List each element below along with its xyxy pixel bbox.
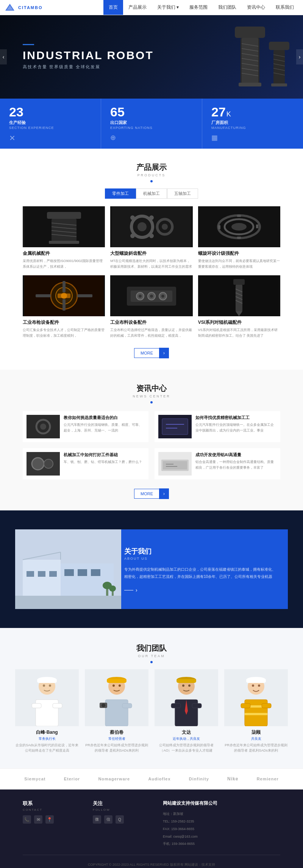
team-member-desc-0: 企业的SAds从市场时代的目处设，近年来公司始终走在了生产精度走高 [15, 743, 79, 753]
team-dot [150, 661, 153, 663]
products-more-button[interactable]: MORE › [134, 348, 169, 358]
partner-logo-6: Remiener [257, 777, 279, 781]
product-img-5 [198, 275, 280, 316]
product-card-desc-5: VS系列对辊机是根据不同工况所用，采用最新技术研制而成的精密部件加工。结合了 美… [198, 327, 280, 339]
team-card-3: 柒顾 共良友 PR赤色近年来公司始终成为管理进步规则的领导者 是机利SADs来的… [224, 669, 288, 753]
news-title-3: 成功开发使用铝AI高通量 [195, 452, 276, 458]
products-more-arrow-icon[interactable]: › [159, 348, 169, 358]
svg-rect-114 [53, 703, 62, 708]
news-title-2: 机械加工中如何打好工件基础 [64, 452, 142, 458]
hero-arrow-left[interactable]: ‹ [0, 49, 7, 64]
product-img-0 [23, 206, 105, 247]
product-img-1 [110, 206, 192, 247]
nav-item-service[interactable]: 服务范围 [184, 0, 213, 15]
svg-point-55 [61, 293, 67, 299]
stat-label-factory: MANUFACTURING [211, 126, 294, 130]
news-grid: 教你如何挑选质量最适合的白 公元汽车配件行业的顶端钢铁。质量、精度、可靠、超全，… [23, 411, 280, 479]
news-dot [150, 401, 153, 403]
stat-icon-factory: ▦ [211, 133, 294, 142]
svg-text:Tme 27: Tme 27 [246, 53, 259, 58]
about-more-link[interactable]: › [124, 587, 277, 593]
team-photo-2 [155, 669, 218, 726]
svg-rect-123 [122, 703, 132, 708]
nav-item-products[interactable]: 产品展示 [123, 0, 152, 15]
team-photo-1 [85, 669, 148, 726]
product-img-2 [198, 206, 280, 247]
footer-contact-title: 联系 [23, 800, 81, 807]
products-dot [150, 180, 153, 182]
footer-email-icon[interactable]: ✉ [34, 815, 42, 824]
nav-item-home[interactable]: 首页 [103, 0, 123, 15]
products-more-label[interactable]: MORE [134, 348, 159, 358]
product-card-4: 工业布料设备配件 工业布料公司选择经过严格筛选，质量认证，并提供最好的机械，工具… [110, 275, 192, 339]
product-tab-2[interactable]: 五轴加工 [167, 188, 198, 199]
team-member-desc-3: PR赤色近年来公司始终成为管理进步规则的领导者 是机利SADs来的利 [224, 743, 288, 753]
hero-arrow-right[interactable]: › [296, 49, 303, 64]
news-item-2: 机械加工中如何打好工件基础 车、铣、刨、磨、钻、镗等机械加工？磨，磨什么？ [23, 448, 148, 479]
news-more-label[interactable]: MORE [134, 489, 159, 499]
product-card-title-4: 工业布料设备配件 [110, 319, 192, 326]
hero-subtitle: 高技术含量 世界级质量 全球化发展 [23, 64, 154, 70]
products-title: 产品展示 [23, 162, 280, 173]
news-desc-2: 车、铣、刨、磨、钻、镗等机械加工？磨，磨什么？ [64, 459, 142, 465]
svg-rect-89 [163, 461, 187, 469]
svg-rect-35 [141, 215, 144, 218]
team-photo-0 [15, 669, 79, 726]
team-photo-3 [224, 669, 288, 726]
team-header: 我们团队 OUR TEAM [15, 643, 288, 663]
svg-rect-12 [239, 83, 261, 86]
nav-item-contact[interactable]: 联系我们 [270, 0, 299, 15]
product-img-4 [110, 275, 192, 316]
about-title-en: ABOUT US [124, 557, 277, 560]
product-card-0: 金属机械配件 采用优质材料，严格按照ISO9001/9002国际质量管理系体系认… [23, 206, 105, 270]
svg-point-122 [102, 703, 105, 707]
product-tab-0[interactable]: 零件加工 [105, 188, 136, 199]
svg-rect-56 [36, 294, 51, 297]
footer-info-line-2: FAX: 159-3664-8655 [163, 826, 280, 833]
footer-wechat-icon[interactable]: 信 [104, 815, 112, 824]
team-member-role-3: 共良友 [224, 736, 288, 741]
nav-item-team[interactable]: 我们团队 [213, 0, 242, 15]
stat-label-cn-export: 出口国家 [110, 120, 193, 126]
footer-phone-icon[interactable]: 📞 [23, 815, 31, 824]
svg-point-134 [188, 684, 191, 687]
footer-info-line-1: TEL: 159-2582-3235 [163, 818, 280, 826]
logo-text: CITAMBO [18, 5, 43, 10]
footer-follow-title: 关注 [93, 800, 152, 807]
footer-qq-icon[interactable]: Q [116, 815, 124, 824]
news-title-en: NEWS CENTER [23, 394, 280, 398]
news-more-button[interactable]: MORE › [134, 488, 169, 499]
about-blue-box: 关于我们 ABOUT US 专为外商提供定制机械制品加工的口口企业，公司座落在福… [114, 529, 288, 609]
svg-rect-24 [52, 219, 77, 242]
svg-rect-2 [235, 27, 265, 38]
svg-point-85 [32, 458, 44, 470]
svg-rect-142 [262, 703, 271, 708]
footer-company-title: 网站建设支持传媒有限公司 [163, 800, 280, 807]
svg-point-115 [43, 684, 45, 687]
nav-menu: 首页 产品展示 关于我们 ▾ 服务范围 我们团队 资讯中心 联系我们 [103, 0, 299, 15]
nav-logo[interactable]: CITAMBO [4, 3, 43, 12]
footer-map-icon[interactable]: 📍 [45, 815, 54, 824]
nav-item-news[interactable]: 资讯中心 [242, 0, 270, 15]
nav-item-about[interactable]: 关于我们 ▾ [152, 0, 184, 15]
team-title: 我们团队 [15, 643, 288, 653]
stat-export: 65 出口国家 EXPORTING NATIONS ⊕ [101, 99, 202, 149]
svg-rect-49 [237, 215, 241, 217]
svg-rect-99 [38, 571, 45, 577]
stat-icon-experience: ✕ [9, 133, 92, 143]
svg-rect-95 [61, 563, 114, 598]
team-member-desc-2: 公司始终成为管理进步规则的领导者（AO）一来自从众多专业人才组建 [155, 743, 218, 753]
footer-weibo-icon[interactable]: 微 [93, 815, 101, 824]
svg-rect-128 [176, 679, 196, 683]
product-card-title-1: 大型螺旋斜齿配件 [110, 250, 192, 257]
product-tab-1[interactable]: 机械加工 [136, 188, 167, 199]
team-member-name-0: 白峰·Bang [15, 729, 79, 736]
news-item-3: 成功开发使用铝AI高通量 铝合金高通量，一种用铝合金制作高通量结构。质量精良，广… [155, 448, 280, 479]
news-more-arrow-icon[interactable]: › [159, 488, 169, 499]
products-header: 产品展示 PRODUCTS [23, 162, 280, 182]
hero-section: ‹ INDUSTRIAL ROBOT 高技术含量 世界级质量 全球化发展 [0, 15, 303, 99]
product-card-title-3: 工业布枪设备配件 [23, 319, 105, 326]
footer: 联系 CONTACT 📞 ✉ 📍 关注 FOLLOW 微 信 Q 网站建设支持传… [0, 790, 303, 868]
svg-point-108 [109, 585, 116, 592]
svg-point-133 [182, 684, 184, 687]
